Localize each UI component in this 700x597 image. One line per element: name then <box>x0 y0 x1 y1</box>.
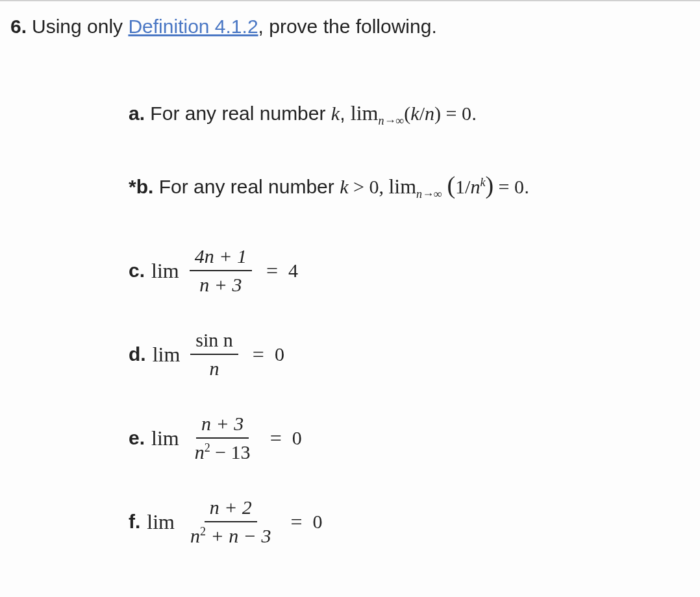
item-a-eq: = <box>441 103 462 124</box>
items-list: a. For any real number k, limn→∞(k/n) = … <box>129 100 683 549</box>
item-e-lim: lim <box>151 425 179 451</box>
item-f-fraction: n + 2 n2 + n − 3 <box>185 494 277 549</box>
item-b-k: k <box>340 176 348 197</box>
item-b-lim: lim <box>388 175 416 198</box>
item-f-numer: n + 2 <box>205 494 257 522</box>
item-a-content: a. For any real number k, limn→∞(k/n) = … <box>129 100 477 128</box>
item-c-label: c. <box>129 258 145 283</box>
item-f-denom-exp: 2 <box>200 525 206 538</box>
item-e-rhs: 0 <box>292 426 302 450</box>
item-b-close: ) <box>485 171 494 199</box>
item-f: f. lim n + 2 n2 + n − 3 = 0 <box>129 494 683 549</box>
exercise-page: 6. Using only Definition 4.1.2, prove th… <box>0 0 700 597</box>
item-b-open: ( <box>447 171 455 199</box>
item-a: a. For any real number k, limn→∞(k/n) = … <box>129 100 683 128</box>
item-f-eq: = <box>287 509 306 535</box>
item-d-rhs: 0 <box>275 342 284 367</box>
item-b-n: n <box>470 176 480 197</box>
item-e-denom: n2 − 13 <box>190 439 256 466</box>
problem-stem: 6. Using only Definition 4.1.2, prove th… <box>10 16 683 38</box>
item-a-after-k: , <box>340 103 351 124</box>
item-b-label: *b. <box>129 176 153 197</box>
item-a-kn-num: k <box>410 103 419 124</box>
item-a-kn-den: n <box>425 103 434 124</box>
item-c-fraction: 4n + 1 n + 3 <box>190 243 252 298</box>
item-b-limsub: n→∞ <box>416 188 442 201</box>
stem-text: Using only Definition 4.1.2, prove the f… <box>32 16 437 38</box>
item-c-rhs: 4 <box>288 258 298 283</box>
item-a-limsub: n→∞ <box>379 114 405 127</box>
item-c-lim: lim <box>151 258 179 284</box>
stem-prefix: Using only <box>32 16 128 37</box>
item-d-numer: sin n <box>190 326 238 355</box>
item-b-content: *b. For any real number k > 0, limn→∞ (1… <box>129 170 529 202</box>
item-a-lim: lim <box>351 101 379 125</box>
item-f-rhs: 0 <box>313 509 323 534</box>
item-a-kn-slash: / <box>419 103 425 124</box>
item-b-rhs: 0 <box>514 176 524 197</box>
item-c: c. lim 4n + 1 n + 3 = 4 <box>129 243 683 298</box>
definition-link[interactable]: Definition 4.1.2 <box>128 16 258 37</box>
item-e-denom-rest: − 13 <box>210 441 251 463</box>
item-d: d. lim sin n n = 0 <box>129 326 683 382</box>
item-e-eq: = <box>266 425 286 451</box>
item-c-denom: n + 3 <box>194 271 247 298</box>
item-a-label: a. <box>129 103 145 124</box>
item-f-denom-n: n <box>190 525 200 546</box>
item-d-label: d. <box>129 342 146 367</box>
item-a-k: k <box>331 103 340 124</box>
item-a-rhs: 0 <box>462 103 471 124</box>
item-a-prefix: For any real number <box>145 103 331 124</box>
item-a-open: ( <box>404 103 410 124</box>
item-d-fraction: sin n n <box>190 326 238 382</box>
item-b-eq: = <box>494 176 514 197</box>
item-c-eq: = <box>262 258 282 284</box>
item-e-label: e. <box>129 426 145 450</box>
item-a-period: . <box>471 103 477 124</box>
item-b-1over: 1/ <box>455 176 470 197</box>
stem-suffix: , prove the following. <box>258 16 437 37</box>
item-e-denom-n: n <box>195 441 205 463</box>
problem-number: 6. <box>10 16 27 38</box>
item-d-eq: = <box>249 341 268 367</box>
item-f-lim: lim <box>147 509 175 535</box>
item-b-prefix: For any real number <box>153 176 340 197</box>
item-e-numer: n + 3 <box>196 410 249 439</box>
item-f-denom-rest: + n − 3 <box>206 525 271 546</box>
item-e-denom-exp: 2 <box>205 441 210 454</box>
item-f-denom: n2 + n − 3 <box>185 522 277 550</box>
item-a-close: ) <box>434 103 441 124</box>
item-d-lim: lim <box>153 341 181 367</box>
item-c-numer: 4n + 1 <box>190 243 252 271</box>
item-b: *b. For any real number k > 0, limn→∞ (1… <box>129 170 683 202</box>
item-e-fraction: n + 3 n2 − 13 <box>190 410 256 465</box>
item-e: e. lim n + 3 n2 − 13 = 0 <box>129 410 683 465</box>
item-f-label: f. <box>129 509 140 534</box>
item-b-gt0: > 0, <box>348 176 388 197</box>
item-b-period: . <box>524 176 529 197</box>
item-d-denom: n <box>205 355 225 382</box>
